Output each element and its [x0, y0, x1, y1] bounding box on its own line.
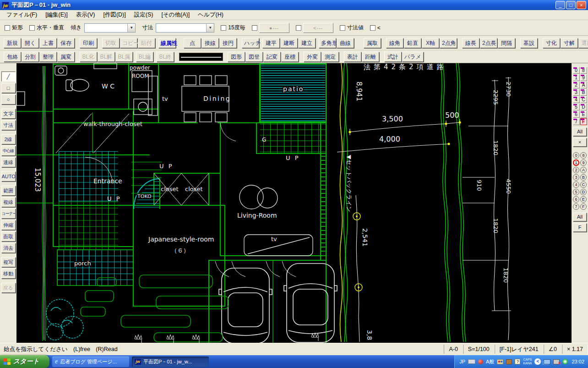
ime-palette-icon[interactable] — [497, 359, 503, 364]
layer-6[interactable]: 6 — [573, 196, 579, 203]
tool-centerline-button[interactable]: 中心線 — [1, 146, 16, 156]
btn-tidy[interactable]: 整理 — [39, 52, 57, 62]
tool-move-button[interactable]: 移動 — [1, 269, 16, 279]
btn-kendan[interactable]: 建断 — [280, 38, 298, 48]
btn-dim-dissolve[interactable]: 寸解 — [561, 38, 578, 48]
btn-kenritsu[interactable]: 建立 — [298, 38, 316, 48]
layer-group-close-button[interactable]: × — [573, 138, 587, 147]
layer-group-all-button[interactable]: All — [573, 127, 587, 136]
layer-f-button[interactable]: F — [573, 223, 587, 232]
layer-group-1[interactable]: 1 — [573, 74, 580, 81]
btn-dim-create[interactable]: 寸化 — [543, 38, 560, 48]
layer-group-6[interactable]: 6 — [573, 111, 580, 118]
btn-distance[interactable]: 距離 — [362, 52, 379, 62]
layer-group-b[interactable]: B — [580, 89, 587, 96]
pointer-device-icon[interactable] — [478, 359, 483, 364]
btn-polygon[interactable]: 多角形 — [319, 38, 336, 48]
tool-offset-button[interactable]: 複線 — [1, 197, 16, 207]
layer-3[interactable]: 3 — [573, 174, 579, 181]
tool-range-button[interactable]: 範囲 — [1, 186, 16, 196]
layer-group-5[interactable]: 5 — [573, 104, 580, 110]
btn-interval[interactable]: 間隔 — [498, 38, 515, 48]
menu-settings[interactable]: 設定(S) — [131, 10, 157, 20]
layer-group-7[interactable]: 7 — [573, 118, 580, 125]
tool-erase-button[interactable]: 消去 — [1, 243, 16, 253]
chevron-down-icon[interactable]: ▼ — [206, 24, 214, 32]
btn-curve[interactable]: 曲線 — [337, 38, 354, 48]
layer-2[interactable]: 2 — [573, 167, 579, 173]
btn-kenpei[interactable]: 建平 — [262, 38, 280, 48]
scale-indicator[interactable]: S=1/100 — [463, 345, 495, 354]
ime-mode-indicator[interactable]: A般 — [486, 358, 494, 365]
menu-draw[interactable]: [作図(D)] — [99, 10, 129, 20]
taskbar-clock[interactable]: 23:02 — [572, 359, 584, 364]
layer-group-3[interactable]: 3 — [573, 89, 580, 96]
btn-tangent[interactable]: 接線 — [201, 38, 219, 48]
menu-edit[interactable]: [編集(E)] — [42, 10, 71, 20]
btn-fig-register[interactable]: 図登 — [245, 52, 263, 62]
tray-collapse-icon[interactable]: < — [534, 358, 541, 365]
dot-checkbox[interactable] — [252, 25, 257, 31]
tool-chamfer-button[interactable]: 面取 — [1, 231, 16, 242]
btn-divide[interactable]: 分割 — [22, 52, 39, 62]
menu-file[interactable]: ファイル(F) — [3, 10, 41, 20]
drawing-area[interactable]: 法第42条2項道路 powder ROOM W C tv Dining pati… — [16, 63, 572, 343]
btn-vertical[interactable]: 鉛直 — [404, 38, 421, 48]
zoom-indicator[interactable]: × 1.17 — [562, 345, 588, 354]
btn-line-length[interactable]: 線長 — [462, 38, 479, 48]
btn-envelope[interactable]: 包絡 — [4, 52, 21, 62]
start-button[interactable]: スタート — [0, 355, 49, 368]
menu-view[interactable]: 表示(V) — [72, 10, 99, 20]
menu-help[interactable]: ヘルプ(H) — [194, 10, 227, 20]
language-indicator[interactable]: JP — [459, 359, 465, 364]
taskbar-task-browser[interactable]: e 忍者ブログ 管理ページ... — [52, 357, 129, 367]
wireless-signal-icon[interactable] — [562, 359, 568, 364]
btn-attr-change[interactable]: 属変 — [57, 52, 75, 62]
layer-indicator[interactable]: [F-1]レイヤ241 — [495, 345, 544, 354]
layer-4[interactable]: 4 — [573, 181, 579, 188]
layer-group-c[interactable]: C — [580, 96, 587, 103]
chevron-down-icon[interactable]: ▼ — [127, 24, 135, 32]
layer-c[interactable]: C — [580, 181, 587, 188]
tool-extend-button[interactable]: 伸縮 — [1, 220, 16, 230]
restore-button[interactable]: □ — [566, 1, 576, 9]
arrow-checkbox[interactable] — [296, 25, 301, 31]
ime-toolbox-icon[interactable] — [506, 359, 512, 364]
floorplan-canvas[interactable]: 法第42条2項道路 powder ROOM W C tv Dining pati… — [16, 63, 572, 343]
layer-e[interactable]: E — [580, 196, 587, 203]
layer-5[interactable]: 5 — [573, 189, 579, 195]
taskbar-task-jwcad[interactable]: jw 平面図P－01 - jw_w... — [132, 357, 209, 367]
btn-coords[interactable]: 座標 — [281, 52, 299, 62]
btn-base-settings[interactable]: 基設 — [520, 38, 538, 48]
btn-text-change[interactable]: 記変 — [263, 52, 281, 62]
btn-attr-get[interactable]: 属取 — [364, 38, 381, 48]
btn-line-angle[interactable]: 線角 — [386, 38, 403, 48]
dim-combobox[interactable]: ▼ — [156, 23, 214, 33]
btn-ext-program[interactable]: 外変 — [304, 52, 321, 62]
btn-print[interactable]: 印刷 — [80, 38, 97, 48]
paper-size-indicator[interactable]: A-0 — [444, 345, 463, 354]
layer-group-f-active[interactable]: F — [580, 118, 587, 125]
layer-group-d[interactable]: D — [580, 104, 587, 110]
tool-line-button[interactable]: ╱ — [1, 71, 16, 82]
layer-b[interactable]: B — [580, 174, 587, 181]
btn-parametric[interactable]: パラメ — [402, 52, 424, 62]
tool-corner-button[interactable]: コーナー — [1, 209, 16, 219]
angle-indicator[interactable]: ∠0 — [544, 345, 562, 354]
btn-save[interactable]: 保存 — [57, 38, 75, 48]
layer-all-button[interactable]: All — [573, 213, 587, 221]
tool-auto-button[interactable]: AUTO — [1, 171, 16, 181]
layer-9[interactable]: 9 — [580, 159, 587, 166]
ime-help-icon[interactable]: ? — [515, 359, 520, 364]
hv-checkbox[interactable] — [29, 25, 35, 31]
caps-kana-indicator[interactable]: CAPSKANA — [523, 358, 532, 365]
btn-open[interactable]: 開く — [22, 38, 39, 48]
keyboard-icon[interactable] — [468, 359, 475, 364]
network-disconnected-icon[interactable] — [553, 359, 560, 364]
layer-7[interactable]: 7 — [573, 203, 579, 210]
layer-1-active[interactable]: 1 — [573, 159, 579, 166]
menu-other[interactable]: [その他(A)] — [158, 10, 193, 20]
layer-f[interactable]: F — [580, 203, 587, 210]
tool-text-button[interactable]: 文字 — [1, 109, 16, 119]
btn-overwrite[interactable]: 上書 — [39, 38, 57, 48]
